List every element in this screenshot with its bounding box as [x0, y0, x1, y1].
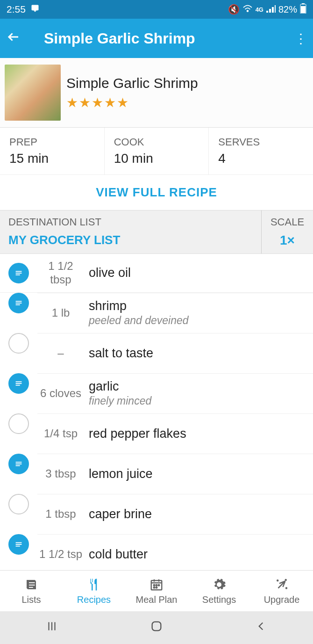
svg-rect-36: [152, 622, 161, 630]
nav-upgrade-label: Upgrade: [264, 594, 300, 605]
ingredient-qty: 3 tbsp: [37, 467, 84, 481]
svg-point-24: [154, 585, 155, 586]
ingredient-name: olive oil: [89, 266, 313, 280]
mute-icon: 🔇: [228, 4, 240, 15]
ingredient-name: cold butter: [89, 547, 313, 562]
ingredient-check[interactable]: [0, 494, 37, 534]
ingredient-check[interactable]: [0, 373, 37, 413]
ingredient-row[interactable]: 1 tbspcaper brine: [0, 494, 313, 534]
svg-rect-7: [16, 275, 20, 275]
ingredient-note: peeled and deveined: [89, 314, 313, 327]
nav-lists-label: Lists: [21, 594, 41, 605]
cook-label: COOK: [114, 136, 199, 148]
ingredient-name: garlic: [89, 379, 313, 394]
ingredient-check[interactable]: [0, 413, 37, 454]
timing-row: PREP 15 min COOK 10 min SERVES 4: [0, 128, 313, 175]
nav-recipes[interactable]: Recipes: [63, 571, 125, 611]
ingredient-row[interactable]: 6 clovesgarlicfinely minced: [0, 373, 313, 413]
rating-stars[interactable]: ★★★★★: [66, 95, 198, 110]
ingredient-note: finely minced: [89, 395, 313, 407]
nav-mealplan[interactable]: Meal Plan: [125, 571, 188, 611]
scale-cell[interactable]: SCALE 1×: [262, 210, 313, 253]
ingredient-check[interactable]: [0, 293, 37, 333]
battery-icon: [300, 3, 306, 16]
ingredient-qty: 6 cloves: [37, 387, 84, 400]
nav-settings[interactable]: Settings: [188, 571, 250, 611]
status-time: 2:55: [7, 4, 26, 15]
destination-list-cell[interactable]: DESTINATION LIST MY GROCERY LIST: [0, 210, 262, 253]
sys-recents-button[interactable]: [46, 620, 58, 636]
ingredient-qty: 1/4 tsp: [37, 427, 84, 441]
svg-rect-0: [31, 5, 38, 10]
svg-rect-12: [16, 383, 22, 384]
svg-rect-19: [16, 545, 20, 546]
ingredient-qty: 1 1/2 tsp: [37, 548, 84, 561]
svg-rect-16: [16, 465, 20, 466]
ingredient-qty: 1 1/2tbsp: [37, 260, 84, 287]
lists-icon: [24, 577, 38, 593]
svg-rect-10: [16, 304, 20, 305]
svg-rect-17: [16, 542, 22, 543]
dest-label: DESTINATION LIST: [8, 216, 253, 228]
svg-point-31: [286, 588, 287, 589]
view-full-recipe-button[interactable]: VIEW FULL RECIPE: [0, 175, 313, 210]
prep-value: 15 min: [9, 151, 95, 166]
svg-rect-5: [16, 271, 22, 272]
serves-cell: SERVES 4: [209, 128, 313, 174]
ingredient-row[interactable]: 1 lbshrimppeeled and deveined: [0, 293, 313, 333]
recipes-icon: [87, 577, 101, 593]
svg-rect-8: [16, 301, 22, 302]
list-unchecked-icon: [8, 333, 29, 354]
serves-label: SERVES: [218, 136, 304, 148]
svg-rect-22: [29, 587, 33, 588]
ingredient-check[interactable]: [0, 454, 37, 494]
back-button[interactable]: [7, 30, 25, 47]
ingredient-check[interactable]: [0, 534, 37, 574]
sys-home-button[interactable]: [150, 620, 163, 636]
more-icon: [294, 33, 306, 45]
serves-value: 4: [218, 151, 304, 166]
svg-rect-9: [16, 303, 22, 304]
notification-icon: [30, 4, 40, 15]
ingredient-row[interactable]: 1 1/2 tspcold butter: [0, 534, 313, 574]
ingredient-check[interactable]: [0, 333, 37, 373]
status-bar: 2:55 🔇 4G 82%: [0, 0, 313, 19]
list-checked-icon: [8, 293, 29, 313]
svg-point-26: [158, 585, 160, 586]
ingredient-row[interactable]: 3 tbsplemon juice: [0, 454, 313, 494]
prep-cell: PREP 15 min: [0, 128, 105, 174]
ingredient-qty: –: [37, 347, 84, 360]
ingredient-name: lemon juice: [89, 467, 313, 481]
battery-text: 82%: [278, 4, 297, 15]
svg-rect-18: [16, 544, 22, 545]
more-menu-button[interactable]: [292, 31, 306, 46]
ingredient-check[interactable]: [0, 263, 37, 283]
svg-rect-6: [16, 273, 22, 274]
recipe-image[interactable]: [5, 65, 61, 121]
nav-upgrade[interactable]: Upgrade: [250, 571, 313, 611]
app-bar: Simple Garlic Shrimp: [0, 19, 313, 58]
ingredient-name: salt to taste: [89, 346, 313, 361]
dest-value: MY GROCERY LIST: [8, 233, 253, 247]
nav-recipes-label: Recipes: [77, 594, 111, 605]
ingredient-row[interactable]: 1/4 tspred pepper flakes: [0, 413, 313, 454]
ingredient-row[interactable]: –salt to taste: [0, 333, 313, 373]
cook-value: 10 min: [114, 151, 199, 166]
dest-scale-row: DESTINATION LIST MY GROCERY LIST SCALE 1…: [0, 210, 313, 254]
ingredient-name: shrimp: [89, 299, 313, 313]
svg-rect-14: [16, 462, 22, 463]
nav-lists[interactable]: Lists: [0, 571, 63, 611]
ingredient-row[interactable]: 1 1/2tbspolive oil: [0, 254, 313, 293]
svg-rect-21: [29, 585, 35, 586]
bottom-nav: Lists Recipes Meal Plan Settings Upgrade: [0, 570, 313, 611]
svg-point-1: [247, 10, 248, 12]
recipe-header: Simple Garlic Shrimp ★★★★★: [0, 58, 313, 128]
scale-label: SCALE: [262, 216, 313, 228]
sys-back-button[interactable]: [255, 620, 267, 636]
ingredients-list: 1 1/2tbspolive oil1 lbshrimppeeled and d…: [0, 254, 313, 574]
svg-rect-15: [16, 463, 22, 464]
ingredient-qty: 1 lb: [37, 306, 84, 320]
svg-point-30: [277, 580, 278, 581]
list-unchecked-icon: [8, 413, 29, 434]
settings-icon: [212, 577, 226, 593]
